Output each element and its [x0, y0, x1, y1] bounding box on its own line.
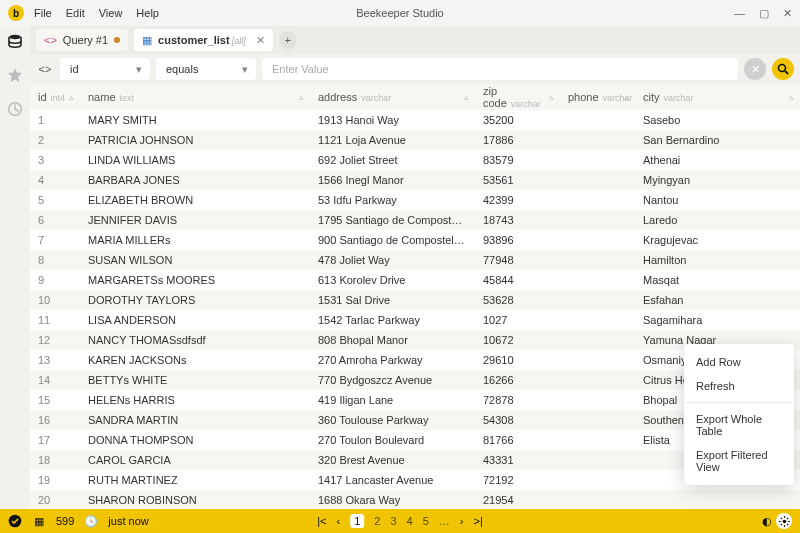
cell-city[interactable]: Esfahan [635, 290, 800, 310]
cell-address[interactable]: 613 Korolev Drive [310, 270, 475, 290]
cell-address[interactable]: 692 Joliet Street [310, 150, 475, 170]
cell-address[interactable]: 1913 Hanoi Way [310, 110, 475, 130]
cell-address[interactable]: 900 Santiago de Compostela Parkway [310, 230, 475, 250]
cell-id[interactable]: 3 [30, 150, 80, 170]
cell-phone[interactable] [560, 210, 635, 230]
grid-icon[interactable]: ▦ [32, 514, 46, 528]
cell-address[interactable]: 320 Brest Avenue [310, 450, 475, 470]
add-tab-button[interactable]: + [279, 31, 297, 49]
page-next-button[interactable]: › [460, 515, 464, 527]
cell-phone[interactable] [560, 470, 635, 490]
cell-address[interactable]: 53 Idfu Parkway [310, 190, 475, 210]
cell-phone[interactable] [560, 310, 635, 330]
cell-city[interactable]: Myingyan [635, 170, 800, 190]
cell-zip[interactable]: 54308 [475, 410, 560, 430]
tab-close-button[interactable]: ✕ [256, 34, 265, 47]
page-number[interactable]: 4 [407, 515, 413, 527]
column-header[interactable]: addressvarchar▵ [310, 84, 475, 110]
cell-phone[interactable] [560, 110, 635, 130]
table-row[interactable]: 11LISA ANDERSON1542 Tarlac Parkway1027Sa… [30, 310, 800, 330]
cell-address[interactable]: 1417 Lancaster Avenue [310, 470, 475, 490]
cell-name[interactable]: KAREN JACKSONs [80, 350, 310, 370]
cell-city[interactable]: Masqat [635, 270, 800, 290]
cell-address[interactable]: 478 Joliet Way [310, 250, 475, 270]
cell-zip[interactable]: 72192 [475, 470, 560, 490]
cell-phone[interactable] [560, 350, 635, 370]
cell-zip[interactable]: 29610 [475, 350, 560, 370]
cell-id[interactable]: 16 [30, 410, 80, 430]
cell-zip[interactable]: 17886 [475, 130, 560, 150]
cell-zip[interactable]: 43331 [475, 450, 560, 470]
menu-export-filtered[interactable]: Export Filtered View [684, 443, 794, 479]
cell-zip[interactable]: 45844 [475, 270, 560, 290]
cell-id[interactable]: 4 [30, 170, 80, 190]
cell-name[interactable]: SUSAN WILSON [80, 250, 310, 270]
cell-address[interactable]: 1688 Okara Way [310, 490, 475, 509]
cell-id[interactable]: 9 [30, 270, 80, 290]
cell-id[interactable]: 13 [30, 350, 80, 370]
window-minimize-button[interactable]: — [734, 7, 745, 20]
cell-zip[interactable]: 53628 [475, 290, 560, 310]
cell-id[interactable]: 17 [30, 430, 80, 450]
cell-zip[interactable]: 53561 [475, 170, 560, 190]
cell-address[interactable]: 419 Iligan Lane [310, 390, 475, 410]
column-header[interactable]: nametext▵ [80, 84, 310, 110]
column-header[interactable]: cityvarchar▵ [635, 84, 800, 110]
search-button[interactable] [772, 58, 794, 80]
cell-name[interactable]: JENNIFER DAVIS [80, 210, 310, 230]
cell-address[interactable]: 1531 Sal Drive [310, 290, 475, 310]
cell-city[interactable]: Nantou [635, 190, 800, 210]
cell-zip[interactable]: 83579 [475, 150, 560, 170]
cell-name[interactable]: MARIA MILLERs [80, 230, 310, 250]
cell-id[interactable]: 5 [30, 190, 80, 210]
page-number[interactable]: 3 [390, 515, 396, 527]
cell-zip[interactable]: 93896 [475, 230, 560, 250]
cell-phone[interactable] [560, 430, 635, 450]
cell-phone[interactable] [560, 170, 635, 190]
cell-name[interactable]: RUTH MARTINEZ [80, 470, 310, 490]
cell-id[interactable]: 8 [30, 250, 80, 270]
filter-operator-select[interactable]: equals▾ [156, 58, 256, 80]
cell-name[interactable]: BARBARA JONES [80, 170, 310, 190]
cell-address[interactable]: 1795 Santiago de Compostela Way [310, 210, 475, 230]
cell-phone[interactable] [560, 190, 635, 210]
cell-zip[interactable]: 35200 [475, 110, 560, 130]
cell-id[interactable]: 2 [30, 130, 80, 150]
clear-filter-button[interactable]: ✕ [744, 58, 766, 80]
cell-name[interactable]: MARY SMITH [80, 110, 310, 130]
cell-address[interactable]: 1542 Tarlac Parkway [310, 310, 475, 330]
cell-name[interactable]: ELIZABETH BROWN [80, 190, 310, 210]
cell-zip[interactable]: 81766 [475, 430, 560, 450]
filter-value-input[interactable]: Enter Value [262, 58, 738, 80]
cell-phone[interactable] [560, 490, 635, 509]
cell-city[interactable]: Sagamihara [635, 310, 800, 330]
table-row[interactable]: 20SHARON ROBINSON1688 Okara Way21954 [30, 490, 800, 509]
cell-phone[interactable] [560, 390, 635, 410]
cell-city[interactable] [635, 490, 800, 509]
cell-id[interactable]: 11 [30, 310, 80, 330]
cell-zip[interactable]: 10672 [475, 330, 560, 350]
cell-phone[interactable] [560, 330, 635, 350]
cell-name[interactable]: SANDRA MARTIN [80, 410, 310, 430]
column-header[interactable]: phonevarchar▵ [560, 84, 635, 110]
database-icon[interactable] [6, 32, 24, 50]
menu-file[interactable]: File [34, 7, 52, 19]
history-icon[interactable] [6, 100, 24, 118]
page-prev-button[interactable]: ‹ [337, 515, 341, 527]
menu-add-row[interactable]: Add Row [684, 350, 794, 374]
window-maximize-button[interactable]: ▢ [759, 7, 769, 20]
cell-city[interactable]: Laredo [635, 210, 800, 230]
cell-name[interactable]: PATRICIA JOHNSON [80, 130, 310, 150]
cell-name[interactable]: CAROL GARCIA [80, 450, 310, 470]
cell-city[interactable]: Hamilton [635, 250, 800, 270]
cell-zip[interactable]: 18743 [475, 210, 560, 230]
settings-button[interactable] [776, 513, 792, 529]
cell-city[interactable]: Athenai [635, 150, 800, 170]
cell-id[interactable]: 7 [30, 230, 80, 250]
cell-phone[interactable] [560, 410, 635, 430]
cell-id[interactable]: 6 [30, 210, 80, 230]
column-header[interactable]: zip codevarchar▵ [475, 84, 560, 110]
cell-name[interactable]: DOROTHY TAYLORS [80, 290, 310, 310]
cell-phone[interactable] [560, 130, 635, 150]
page-number[interactable]: 5 [423, 515, 429, 527]
